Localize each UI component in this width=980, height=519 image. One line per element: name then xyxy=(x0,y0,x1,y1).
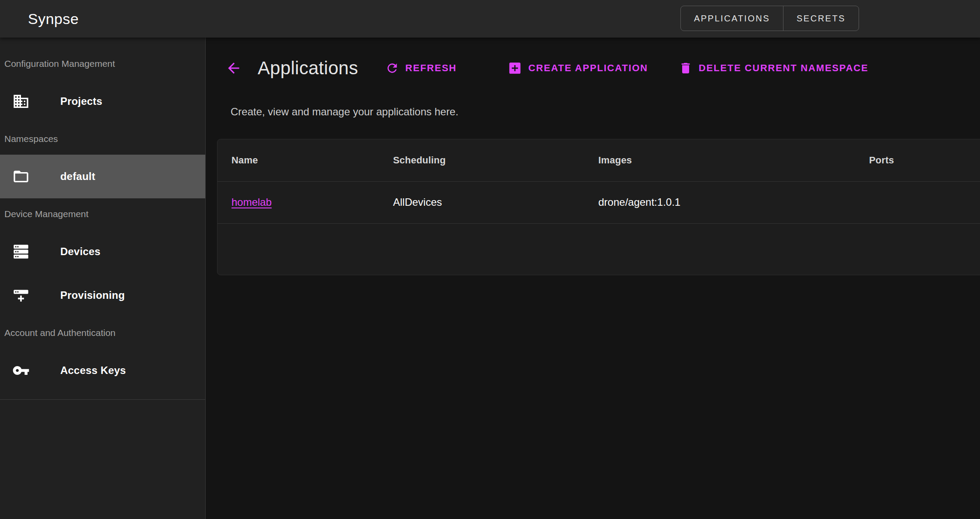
create-application-button-label: CREATE APPLICATION xyxy=(528,62,648,74)
table-empty-row xyxy=(217,223,980,275)
sidebar-item-access-keys[interactable]: Access Keys xyxy=(0,349,205,392)
folder-icon xyxy=(12,168,30,185)
sidebar-section-configuration-management: Configuration Management xyxy=(0,48,205,80)
delete-icon xyxy=(679,61,693,75)
storage-icon xyxy=(12,243,30,260)
application-link-homelab[interactable]: homelab xyxy=(231,196,272,208)
create-application-button[interactable]: CREATE APPLICATION xyxy=(503,61,652,76)
sidebar-item-label: Access Keys xyxy=(60,364,126,377)
refresh-icon xyxy=(385,61,399,75)
app-logo: Synpse xyxy=(28,10,79,28)
main-content: Applications REFRESH CREATE APPLICATION xyxy=(206,38,980,519)
sidebar-item-devices[interactable]: Devices xyxy=(0,230,205,273)
cell-ports xyxy=(855,181,980,223)
synpse-app: Synpse APPLICATIONS SECRETS Configuratio… xyxy=(0,0,980,519)
add-box-icon xyxy=(507,61,522,76)
arrow-back-icon xyxy=(225,60,242,76)
column-header-ports: Ports xyxy=(855,139,980,181)
refresh-button[interactable]: REFRESH xyxy=(381,61,461,75)
domain-icon xyxy=(12,93,30,110)
sidebar-divider xyxy=(0,399,205,400)
app-bar: Synpse APPLICATIONS SECRETS xyxy=(0,0,980,38)
sidebar-section-device-management: Device Management xyxy=(0,198,205,230)
cell-name: homelab xyxy=(217,181,379,223)
nav-secrets-button[interactable]: SECRETS xyxy=(783,6,859,31)
sidebar-section-namespaces: Namespaces xyxy=(0,123,205,155)
sidebar-item-label: Provisioning xyxy=(60,289,125,301)
column-header-images: Images xyxy=(584,139,855,181)
column-header-scheduling: Scheduling xyxy=(379,139,584,181)
delete-namespace-button[interactable]: DELETE CURRENT NAMESPACE xyxy=(674,61,873,75)
applications-table: Name Scheduling Images Ports homelab All… xyxy=(217,139,980,275)
column-header-name: Name xyxy=(217,139,379,181)
cell-images: drone/agent:1.0.1 xyxy=(584,181,855,223)
sidebar-item-projects[interactable]: Projects xyxy=(0,80,205,123)
table-header-row: Name Scheduling Images Ports xyxy=(217,139,980,181)
nav-applications-button[interactable]: APPLICATIONS xyxy=(681,6,783,31)
key-icon xyxy=(12,362,30,379)
delete-namespace-button-label: DELETE CURRENT NAMESPACE xyxy=(699,62,869,74)
provisioning-icon xyxy=(12,287,30,304)
body-row: Configuration Management Projects Namesp… xyxy=(0,38,980,519)
cell-scheduling: AllDevices xyxy=(379,181,584,223)
sidebar-item-provisioning[interactable]: Provisioning xyxy=(0,273,205,317)
page-header: Applications REFRESH CREATE APPLICATION xyxy=(225,52,980,84)
empty-cell xyxy=(217,223,980,275)
sidebar-item-label: Projects xyxy=(60,95,102,107)
nav-toggle-group: APPLICATIONS SECRETS xyxy=(680,6,859,31)
sidebar-item-label: default xyxy=(60,170,95,183)
sidebar-section-account-authentication: Account and Authentication xyxy=(0,317,205,349)
page-title: Applications xyxy=(258,58,358,79)
applications-table-card: Name Scheduling Images Ports homelab All… xyxy=(217,139,980,275)
page-subtitle: Create, view and manage your application… xyxy=(231,106,980,118)
sidebar-item-default-namespace[interactable]: default xyxy=(0,155,205,198)
sidebar-item-label: Devices xyxy=(60,246,100,258)
table-row: homelab AllDevices drone/agent:1.0.1 xyxy=(217,181,980,223)
refresh-button-label: REFRESH xyxy=(405,62,457,74)
back-button[interactable] xyxy=(225,60,242,76)
sidebar: Configuration Management Projects Namesp… xyxy=(0,38,206,519)
